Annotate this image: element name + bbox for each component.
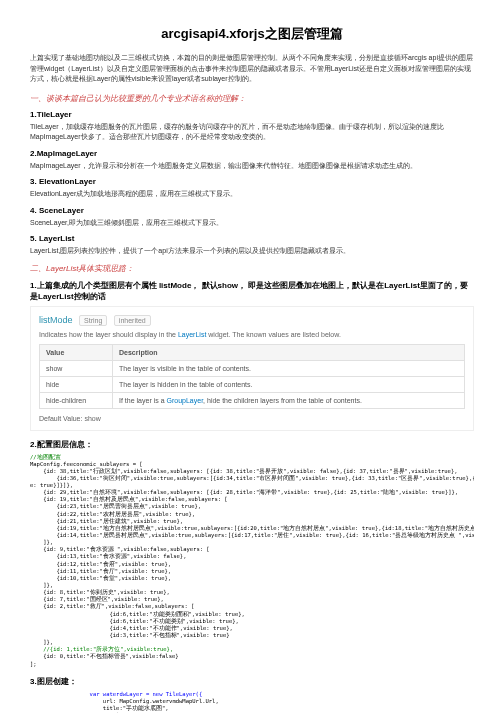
step-3: 3.图层创建： <box>30 676 474 687</box>
api-tag-type: String <box>79 315 107 326</box>
intro-text: 上篇实现了基础地图功能以及二三维模式切换，本篇的目的则是做图层管理控制。从两个不… <box>30 53 474 85</box>
text-layerlist: LayerList,图层列表控制控件，提供了一个api方法来显示一个列表的层以及… <box>30 246 474 257</box>
cell-desc: If the layer is a GroupLayer, hide the c… <box>113 392 465 408</box>
section-2-header: 二、LayerList具体实现思路： <box>30 263 474 274</box>
api-link-grouplayer[interactable]: GroupLayer <box>167 397 204 404</box>
table-row: hide-children If the layer is a GroupLay… <box>40 392 465 408</box>
cell-desc: The layer is hidden in the table of cont… <box>113 376 465 392</box>
subheader-layerlist: 5. LayerList <box>30 234 474 243</box>
text-scenelayer: SceneLayer,即为加载三维倾斜图层，应用在三维模式下显示。 <box>30 218 474 229</box>
api-property-name: listMode <box>39 315 73 325</box>
table-header-row: Value Description <box>40 344 465 360</box>
step-1: 1.上篇集成的几个类型图层有个属性 listMode， 默认show， 即是这些… <box>30 280 474 302</box>
cell-value: show <box>40 360 113 376</box>
text-mapimagelayer: MapImageLayer，允许显示和分析在一个地图服务定义层数据，输出图像来代… <box>30 161 474 172</box>
api-doc-box: listMode String inherited Indicates how … <box>30 306 474 431</box>
table-row: show The layer is visible in the table o… <box>40 360 465 376</box>
text-tilelayer: TileLayer，加载缓存地图服务的瓦片图层，缓存的服务访问缓存中的瓦片，而不… <box>30 122 474 143</box>
api-tag-inherited: inherited <box>114 315 151 326</box>
api-desc-before: Indicates how the layer should display i… <box>39 331 178 338</box>
subheader-scenelayer: 4. SceneLayer <box>30 206 474 215</box>
api-default-value: Default Value: show <box>39 415 465 422</box>
subheader-tilelayer: 1.TileLayer <box>30 110 474 119</box>
api-link-layerlist[interactable]: LayerList <box>178 331 206 338</box>
page-title: arcgisapi4.xforjs之图层管理篇 <box>30 25 474 43</box>
cell-value: hide-children <box>40 392 113 408</box>
subheader-mapimagelayer: 2.MapImageLayer <box>30 149 474 158</box>
api-title-row: listMode String inherited <box>39 315 465 325</box>
cell-desc: The layer is visible in the table of con… <box>113 360 465 376</box>
code-block-create: var waterdwLayer = new TileLayer({ url: … <box>30 691 474 713</box>
subheader-elevationlayer: 3. ElevationLayer <box>30 177 474 186</box>
text-elevationlayer: ElevationLayer成为加载地形高程的图层，应用在三维模式下显示。 <box>30 189 474 200</box>
code-block-config: //地图配置 MapConfig.feeconomic_sublayers = … <box>30 454 474 668</box>
cell-value: hide <box>40 376 113 392</box>
step-2: 2.配置图层信息： <box>30 439 474 450</box>
th-description: Description <box>113 344 465 360</box>
api-description: Indicates how the layer should display i… <box>39 331 465 338</box>
section-1-header: 一、谈谈本篇自己认为比较重要的几个专业术语名称的理解： <box>30 93 474 104</box>
api-values-table: Value Description show The layer is visi… <box>39 344 465 409</box>
th-value: Value <box>40 344 113 360</box>
table-row: hide The layer is hidden in the table of… <box>40 376 465 392</box>
api-desc-after: widget. The known values are listed belo… <box>206 331 341 338</box>
